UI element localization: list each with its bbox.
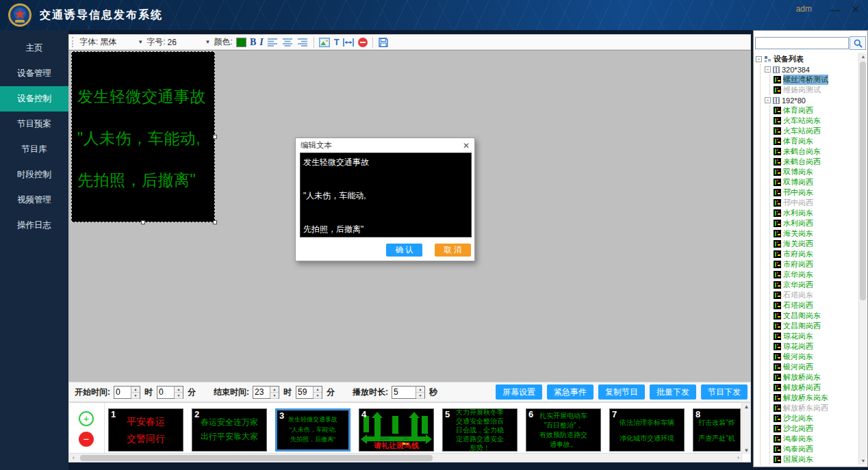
device-node[interactable]: 银河岗东	[774, 352, 858, 362]
playlist-vertical-scrollbar[interactable]: ▲ ▼	[741, 403, 750, 454]
playlist-item-8[interactable]: 8打击改装"炸严查严处"机	[693, 408, 741, 452]
action-button-2[interactable]: 复制节目	[598, 384, 645, 400]
playlist-item-2[interactable]: 2春运安全连万家出行平安靠大家	[192, 408, 267, 452]
add-program-button[interactable]: +	[79, 411, 94, 426]
device-node[interactable]: 沙北岗东	[774, 413, 858, 423]
spin-up-icon[interactable]: ▲	[131, 387, 140, 393]
device-search-input[interactable]	[755, 37, 849, 49]
device-node[interactable]: 琼花岗西	[774, 341, 858, 352]
resize-handle-right[interactable]	[213, 135, 217, 139]
playlist-item-4[interactable]: 4102430请礼让斑马线	[359, 408, 434, 452]
duration-stepper[interactable]: ▲▼	[392, 386, 425, 399]
end-hour-stepper[interactable]: ▲▼	[253, 386, 279, 399]
resize-handle-corner[interactable]	[213, 220, 217, 224]
device-node[interactable]: 海关岗东	[774, 229, 858, 239]
resize-handle-bottom[interactable]	[141, 220, 145, 224]
confirm-button[interactable]: 确 认	[386, 244, 422, 257]
edit-textarea[interactable]: 发生轻微交通事故 "人未伤，车能动, 先拍照，后撤离"	[300, 153, 472, 237]
end-hour-input[interactable]	[253, 387, 270, 398]
tree-group-0[interactable]: 320*384	[765, 64, 858, 75]
save-icon[interactable]	[378, 37, 390, 48]
device-node[interactable]: 水利岗东	[774, 208, 858, 218]
sidebar-item-0[interactable]: 主页	[0, 36, 68, 61]
device-node[interactable]: 鸿泰岗西	[774, 444, 858, 454]
dialog-close-icon[interactable]: ✕	[463, 141, 470, 151]
sidebar-item-5[interactable]: 时段控制	[0, 162, 68, 187]
playlist-item-7[interactable]: 7依法治理非标车辆净化城市交通环境	[609, 408, 685, 452]
spin-down-icon[interactable]: ▼	[131, 393, 140, 399]
action-button-0[interactable]: 屏幕设置	[496, 384, 542, 400]
device-node[interactable]: 京华岗西	[774, 280, 858, 290]
device-node[interactable]: 市府岗东	[774, 249, 858, 259]
spin-up-icon[interactable]: ▲	[175, 387, 183, 393]
duration-input[interactable]	[392, 387, 416, 398]
device-node[interactable]: 螺丝湾桥测试	[774, 75, 858, 85]
align-left-icon[interactable]	[267, 37, 279, 48]
search-button[interactable]	[850, 36, 866, 50]
sidebar-item-3[interactable]: 节目预案	[0, 112, 68, 137]
insert-image-icon[interactable]	[319, 37, 331, 48]
playlist-item-5[interactable]: 5大力开展秋冬季交通安全整治百日会战，全力稳定道路交通安全形势！	[442, 408, 518, 452]
collapse-icon[interactable]	[765, 66, 771, 73]
device-node[interactable]: 鸿泰岗东	[774, 434, 858, 444]
device-node[interactable]: 文昌阁岗东	[774, 311, 858, 321]
start-minute-stepper[interactable]: ▲▼	[157, 386, 183, 399]
tree-root[interactable]: 设备列表	[756, 54, 858, 64]
device-node[interactable]: 国展岗西	[774, 465, 858, 465]
device-node[interactable]: 邗中岗东	[774, 187, 858, 198]
tree-group-1[interactable]: 192*80	[765, 95, 858, 105]
start-minute-input[interactable]	[157, 387, 174, 398]
font-size-select[interactable]: 字号: 26 ▼	[146, 36, 210, 48]
sidebar-item-2[interactable]: 设备控制	[0, 86, 68, 112]
align-right-icon[interactable]	[297, 37, 309, 48]
sidebar-item-1[interactable]: 设备管理	[0, 61, 68, 86]
spin-down-icon[interactable]: ▼	[175, 393, 183, 399]
stop-icon[interactable]	[358, 38, 368, 47]
minimize-button[interactable]: —	[827, 3, 843, 16]
device-node[interactable]: 来鹤台岗东	[774, 146, 858, 157]
device-node[interactable]: 沙北岗西	[774, 423, 858, 434]
device-node[interactable]: 来鹤台岗西	[774, 157, 858, 167]
device-node[interactable]: 双博岗东	[774, 167, 858, 177]
spin-up-icon[interactable]: ▲	[270, 387, 279, 393]
spin-up-icon[interactable]: ▲	[416, 387, 424, 393]
device-node[interactable]: 解放桥东岗西	[774, 403, 858, 413]
remove-program-button[interactable]: −	[79, 432, 94, 447]
scroll-down-icon[interactable]: ▼	[859, 457, 867, 465]
spin-down-icon[interactable]: ▼	[416, 393, 424, 399]
fit-width-icon[interactable]	[343, 37, 355, 48]
end-minute-input[interactable]	[296, 387, 313, 398]
playlist-item-3[interactable]: 3发生轻微交通事故"人未伤，车能动,先拍照，后撤离"	[275, 408, 350, 452]
device-node[interactable]: 双博岗西	[774, 177, 858, 187]
collapse-icon[interactable]	[765, 97, 771, 103]
close-button[interactable]: ✕	[847, 3, 864, 16]
start-hour-stepper[interactable]: ▲▼	[114, 386, 140, 399]
playlist-item-1[interactable]: 1平安春运交警同行	[108, 408, 183, 452]
sidebar-item-4[interactable]: 节目库	[0, 137, 68, 162]
device-node[interactable]: 火车站岗东	[774, 116, 858, 126]
scrollbar-thumb[interactable]	[80, 455, 433, 461]
action-button-1[interactable]: 紧急事件	[547, 384, 593, 400]
device-node[interactable]: 海关岗西	[774, 239, 858, 249]
spin-down-icon[interactable]: ▼	[270, 393, 279, 399]
device-node[interactable]: 国展岗东	[774, 454, 858, 465]
device-node[interactable]: 体育岗东	[774, 136, 858, 146]
device-node[interactable]: 琼花岗东	[774, 331, 858, 341]
start-hour-input[interactable]	[114, 387, 131, 398]
cancel-button[interactable]: 取 消	[435, 244, 471, 257]
scroll-up-icon[interactable]: ▲	[859, 53, 867, 60]
align-center-icon[interactable]	[282, 37, 294, 48]
scroll-down-icon[interactable]: ▼	[742, 447, 751, 454]
sidebar-item-6[interactable]: 视频管理	[0, 187, 68, 213]
scrollbar-thumb[interactable]	[860, 62, 866, 300]
scroll-up-icon[interactable]: ▲	[742, 403, 751, 410]
device-node[interactable]: 解放桥岗西	[774, 382, 858, 393]
device-node[interactable]: 银河岗西	[774, 362, 858, 372]
action-button-4[interactable]: 节目下发	[701, 384, 748, 400]
device-node[interactable]: 市府岗西	[774, 259, 858, 270]
sidebar-item-7[interactable]: 操作日志	[0, 213, 68, 238]
playlist-item-6[interactable]: 6扎实开展电动车"百日整治"，有效预防道路交通事故。	[526, 408, 601, 452]
action-button-3[interactable]: 批量下发	[650, 384, 696, 400]
led-preview-panel[interactable]: 发生轻微交通事故"人未伤，车能动,先拍照，后撤离"	[71, 51, 215, 222]
device-node[interactable]: 解放桥岗东	[774, 372, 858, 382]
